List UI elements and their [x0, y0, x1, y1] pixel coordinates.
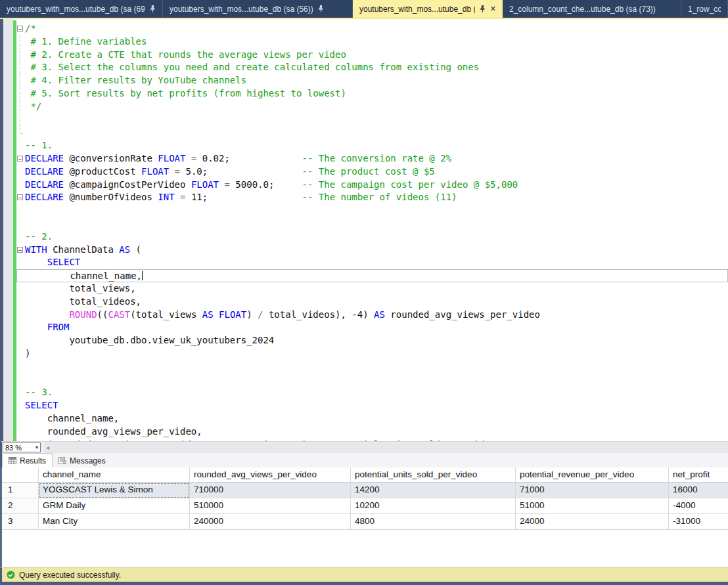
document-tab-label: youtubers_with_mos...utube_db (sa (56)) [170, 5, 313, 14]
fold-margin[interactable]: − [16, 22, 25, 35]
code-text: channel_name, [25, 412, 728, 425]
code-text: FROM [25, 321, 728, 334]
grid-row-number[interactable]: 2 [2, 498, 39, 514]
grid-cell[interactable]: 16000 [669, 483, 728, 498]
code-line: rounded_avg_views_per_video, [16, 425, 728, 439]
collapse-minus-icon[interactable]: − [17, 247, 23, 253]
fold-margin [16, 282, 25, 295]
grid-cell[interactable]: 4800 [351, 514, 516, 530]
grid-cell[interactable]: Man City [39, 514, 190, 530]
code-text: DECLARE @productCost FLOAT = 5.0; -- The… [25, 165, 728, 179]
table-row: 3Man City240000480024000-31000 [2, 514, 728, 530]
code-text: -- 3. [25, 386, 728, 399]
fold-margin [16, 179, 25, 192]
tab-messages[interactable]: Messages [53, 454, 112, 467]
grid-column-header[interactable]: net_profit [669, 467, 728, 483]
editor-zoom-select[interactable]: 83 % ▾ [3, 443, 41, 452]
code-text [25, 126, 728, 139]
fold-margin[interactable]: − [16, 152, 25, 165]
results-tab-label: Messages [70, 456, 106, 466]
code-line: −/* [16, 22, 728, 35]
close-icon[interactable]: ✕ [490, 5, 496, 13]
fold-margin [16, 114, 25, 127]
grid-cell[interactable]: 24000 [516, 514, 669, 530]
code-line [16, 374, 728, 387]
document-tab-5[interactable]: 1_row_co [681, 0, 728, 18]
grid-column-header[interactable]: potential_revenue_per_video [516, 467, 669, 483]
document-tab-2[interactable]: youtubers_with_mos...utube_db (sa (56)) [163, 0, 353, 18]
pin-icon[interactable] [318, 5, 324, 12]
code-text: rounded_avg_views_per_video, [25, 425, 728, 439]
code-line: # 2. Create a CTE that rounds the averag… [16, 49, 728, 62]
collapse-minus-icon[interactable]: − [17, 156, 23, 162]
code-line: −DECLARE @conversionRate FLOAT = 0.02; -… [16, 152, 728, 165]
grid-column-header[interactable]: channel_name [39, 467, 190, 483]
document-tab-label: youtubers_with_mos...utube_db (sa (69)) [7, 5, 145, 14]
grid-cell[interactable]: -4000 [669, 498, 728, 514]
table-row: 2GRM Daily5100001020051000-4000 [2, 498, 728, 514]
pin-icon[interactable] [150, 5, 156, 12]
fold-margin [16, 165, 25, 179]
fold-margin [16, 321, 25, 334]
grid-cell[interactable]: YOGSCAST Lewis & Simon [39, 483, 190, 498]
code-area[interactable]: −/* # 1. Define variables # 2. Create a … [16, 19, 728, 441]
code-line: youtube_db.dbo.view_uk_youtubers_2024 [16, 334, 728, 347]
document-tab-label: youtubers_with_mos...utube_db (sa (55)) [359, 5, 475, 14]
fold-margin [16, 87, 25, 100]
fold-margin [16, 100, 25, 114]
grid-cell[interactable]: 710000 [190, 483, 351, 498]
fold-margin[interactable]: − [16, 191, 25, 204]
fold-margin [16, 347, 25, 360]
code-line-current: channel_name, [16, 269, 728, 282]
fold-margin [16, 74, 25, 87]
grid-cell[interactable]: 51000 [516, 498, 669, 514]
grid-cell[interactable]: 240000 [190, 514, 351, 530]
grid-cell[interactable]: -31000 [669, 514, 728, 530]
code-text [25, 217, 728, 230]
fold-margin[interactable]: − [16, 244, 25, 257]
document-tab-4[interactable]: 2_column_count_che...utube_db (sa (73)) [503, 0, 681, 18]
fold-margin [16, 399, 25, 412]
fold-margin [16, 374, 25, 387]
grid-cell[interactable]: 71000 [516, 483, 669, 498]
fold-margin [16, 139, 25, 152]
code-line [16, 126, 728, 139]
code-text: # 5. Sort results by net profits (from h… [25, 87, 728, 100]
zoom-level-value: 83 % [5, 444, 22, 452]
collapse-minus-icon[interactable]: − [17, 194, 23, 200]
code-line: -- 1. [16, 139, 728, 152]
document-tab-label: 2_column_count_che...utube_db (sa (73)) [509, 5, 656, 14]
code-text: youtube_db.dbo.view_uk_youtubers_2024 [25, 334, 728, 347]
messages-icon [58, 457, 66, 464]
code-text [25, 374, 728, 387]
grid-cell[interactable]: 510000 [190, 498, 351, 514]
document-tab-1[interactable]: youtubers_with_mos...utube_db (sa (69)) [0, 0, 163, 18]
results-grid: channel_namerounded_avg_views_per_videop… [0, 467, 728, 567]
grid-row-number[interactable]: 1 [2, 483, 39, 498]
success-check-icon [7, 571, 15, 579]
grid-cell[interactable]: 10200 [351, 498, 516, 514]
document-tab-3[interactable]: youtubers_with_mos...utube_db (sa (55))✕ [353, 0, 503, 18]
scroll-left-icon[interactable]: ◂ [46, 444, 49, 451]
fold-margin [16, 49, 25, 62]
grid-column-header[interactable]: potential_units_sold_per_video [351, 467, 516, 483]
fold-margin [16, 204, 25, 217]
tab-results[interactable]: Results [2, 453, 53, 467]
horizontal-scrollbar[interactable]: ◂ [45, 442, 728, 453]
fold-margin [16, 126, 25, 139]
pin-icon[interactable] [480, 5, 486, 12]
code-text: SELECT [25, 399, 728, 412]
grid-cell[interactable]: GRM Daily [39, 498, 190, 514]
grid-row-number[interactable]: 3 [2, 514, 39, 530]
grid-cell[interactable]: 14200 [351, 483, 516, 498]
code-text: WITH ChannelData AS ( [25, 244, 728, 257]
fold-margin [16, 295, 25, 309]
collapse-minus-icon[interactable]: − [17, 26, 23, 32]
code-line: ) [16, 347, 728, 360]
sql-editor[interactable]: −/* # 1. Define variables # 2. Create a … [0, 19, 728, 441]
grid-column-header[interactable]: rounded_avg_views_per_video [190, 467, 351, 483]
code-line: # 3. Select the columns you need and cre… [16, 61, 728, 74]
code-text: # 4. Filter results by YouTube channels [25, 74, 728, 87]
results-grid-icon [9, 457, 16, 464]
code-text: DECLARE @conversionRate FLOAT = 0.02; --… [25, 152, 728, 165]
